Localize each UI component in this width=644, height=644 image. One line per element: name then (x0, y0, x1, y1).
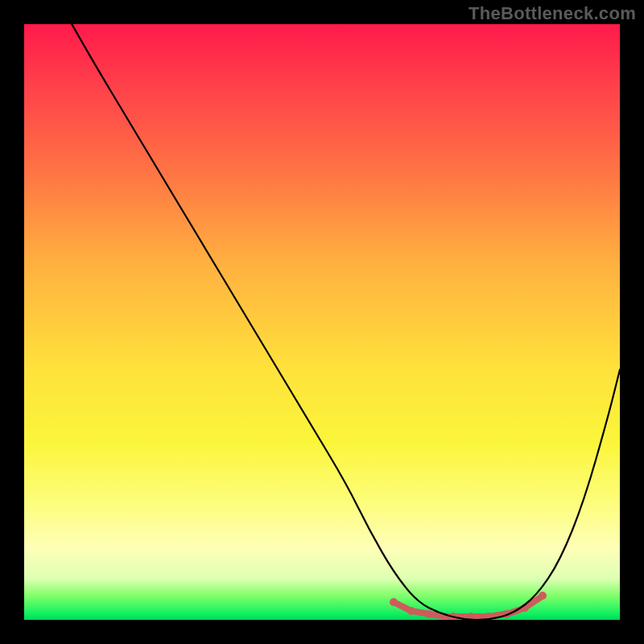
watermark-label: TheBottleneck.com (469, 3, 636, 24)
gradient-overlay (24, 24, 620, 620)
plot-area (24, 24, 620, 620)
marker-dot (539, 592, 547, 600)
chart-container: TheBottleneck.com (0, 0, 644, 644)
